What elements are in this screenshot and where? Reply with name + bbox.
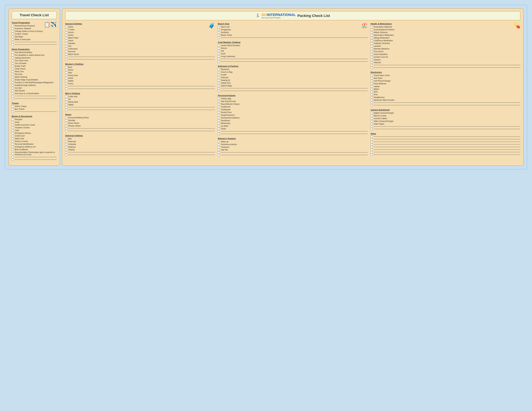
checkbox[interactable] <box>218 122 220 124</box>
checkbox[interactable] <box>65 53 67 56</box>
checkbox[interactable] <box>371 64 373 66</box>
checkbox[interactable] <box>65 154 67 156</box>
checkbox[interactable] <box>12 60 14 62</box>
checkbox[interactable] <box>218 71 220 73</box>
checkbox[interactable] <box>218 98 220 100</box>
checkbox[interactable] <box>371 26 373 28</box>
checkbox[interactable] <box>371 37 373 39</box>
checkbox[interactable] <box>12 146 14 148</box>
checkbox[interactable] <box>12 95 14 97</box>
checkbox[interactable] <box>218 29 220 31</box>
checkbox[interactable] <box>371 62 373 64</box>
checkbox[interactable] <box>218 133 220 135</box>
checkbox[interactable] <box>371 80 373 82</box>
checkbox[interactable] <box>12 87 14 89</box>
checkbox[interactable] <box>371 51 373 53</box>
checkbox[interactable] <box>218 31 220 34</box>
checkbox[interactable] <box>65 130 67 132</box>
checkbox[interactable] <box>371 85 373 87</box>
checkbox[interactable] <box>218 106 220 108</box>
checkbox[interactable] <box>12 105 14 108</box>
checkbox[interactable] <box>218 47 220 49</box>
checkbox[interactable] <box>218 149 220 151</box>
checkbox[interactable] <box>12 54 14 56</box>
checkbox[interactable] <box>65 83 67 85</box>
checkbox[interactable] <box>12 119 14 121</box>
checkbox[interactable] <box>218 117 220 119</box>
checkbox[interactable] <box>65 85 67 87</box>
checkbox[interactable] <box>12 140 14 142</box>
checkbox[interactable] <box>65 98 67 100</box>
checkbox[interactable] <box>218 143 220 146</box>
checkbox[interactable] <box>12 71 14 73</box>
checkbox[interactable] <box>65 48 67 50</box>
checkbox[interactable] <box>12 44 14 46</box>
checkbox[interactable] <box>12 135 14 137</box>
checkbox[interactable] <box>65 140 67 143</box>
checkbox[interactable] <box>218 151 220 154</box>
checkbox[interactable] <box>65 80 67 82</box>
checkbox[interactable] <box>218 74 220 76</box>
checkbox[interactable] <box>371 128 373 130</box>
checkbox[interactable] <box>218 37 220 39</box>
checkbox[interactable] <box>218 68 220 70</box>
checkbox[interactable] <box>371 104 373 106</box>
checkbox[interactable] <box>218 111 220 113</box>
checkbox[interactable] <box>371 99 373 101</box>
checkbox[interactable] <box>12 143 14 145</box>
checkbox[interactable] <box>218 82 220 84</box>
checkbox[interactable] <box>218 61 220 63</box>
checkbox[interactable] <box>371 53 373 56</box>
checkbox[interactable] <box>218 79 220 81</box>
checkbox[interactable] <box>218 131 220 132</box>
checkbox[interactable] <box>371 123 373 125</box>
checkbox[interactable] <box>65 122 67 124</box>
checkbox[interactable] <box>12 84 14 86</box>
checkbox[interactable] <box>371 141 373 143</box>
checkbox[interactable] <box>65 138 67 140</box>
checkbox[interactable] <box>218 50 220 52</box>
checkbox[interactable] <box>65 128 67 130</box>
checkbox[interactable] <box>218 146 220 148</box>
checkbox[interactable] <box>65 149 67 151</box>
checkbox[interactable] <box>371 102 373 104</box>
checkbox[interactable] <box>65 69 67 71</box>
checkbox[interactable] <box>12 111 14 113</box>
checkbox[interactable] <box>371 94 373 96</box>
checkbox[interactable] <box>12 25 14 27</box>
checkbox[interactable] <box>12 73 14 75</box>
checkbox[interactable] <box>371 143 373 146</box>
checkbox[interactable] <box>218 58 220 60</box>
checkbox[interactable] <box>371 126 373 128</box>
checkbox[interactable] <box>371 83 373 85</box>
checkbox[interactable] <box>218 90 220 92</box>
checkbox[interactable] <box>12 33 14 35</box>
checkbox[interactable] <box>65 40 67 42</box>
checkbox[interactable] <box>371 120 373 122</box>
checkbox[interactable] <box>371 146 373 148</box>
checkbox[interactable] <box>218 114 220 116</box>
checkbox[interactable] <box>65 31 67 34</box>
checkbox[interactable] <box>65 143 67 145</box>
checkbox[interactable] <box>371 48 373 50</box>
checkbox[interactable] <box>65 120 67 121</box>
checkbox[interactable] <box>371 75 373 76</box>
checkbox[interactable] <box>12 51 14 54</box>
checkbox[interactable] <box>12 76 14 78</box>
checkbox[interactable] <box>65 42 67 45</box>
checkbox[interactable] <box>371 42 373 45</box>
checkbox[interactable] <box>65 56 67 58</box>
checkbox[interactable] <box>371 31 373 34</box>
checkbox[interactable] <box>12 138 14 140</box>
checkbox[interactable] <box>65 37 67 39</box>
checkbox[interactable] <box>12 41 14 43</box>
checkbox[interactable] <box>371 77 373 79</box>
checkbox[interactable] <box>371 59 373 61</box>
checkbox[interactable] <box>12 121 14 123</box>
checkbox[interactable] <box>65 75 67 76</box>
checkbox[interactable] <box>371 154 373 156</box>
checkbox[interactable] <box>12 127 14 129</box>
checkbox[interactable] <box>65 77 67 79</box>
checkbox[interactable] <box>12 38 14 41</box>
checkbox[interactable] <box>12 65 14 67</box>
